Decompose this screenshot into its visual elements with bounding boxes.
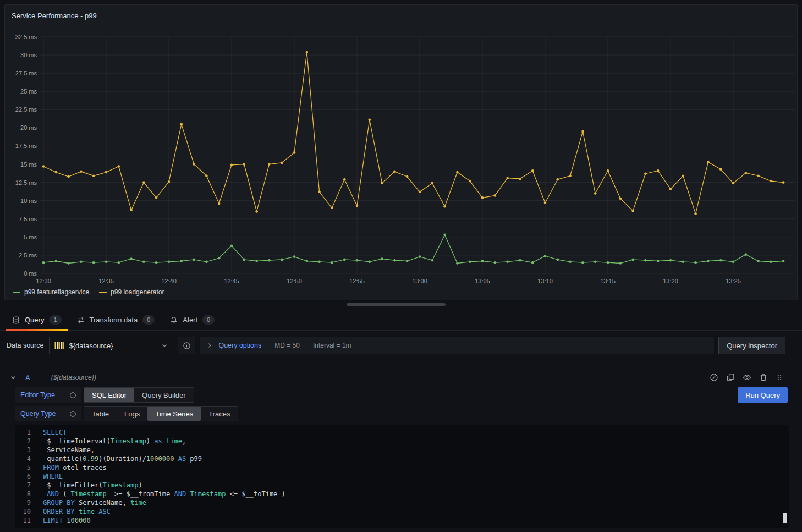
svg-text:12:40: 12:40 <box>161 278 177 284</box>
tab-label: Query <box>25 316 44 324</box>
sql-line: 11LIMIT 100000 <box>15 516 789 525</box>
copy-icon[interactable] <box>726 373 735 382</box>
timeseries-panel: Service Performance - p99 0 ms2.5 ms5 ms… <box>4 4 798 300</box>
query-actions <box>710 373 783 382</box>
tab-query-count: 1 <box>49 315 61 325</box>
datasource-label: Data source <box>7 342 43 349</box>
query-editor-card: Editor Type SQL Editor Query Builder Run… <box>15 387 789 528</box>
query-a-row: A (${datasource}) <box>4 369 798 386</box>
sql-line: 8 AND ( Timestamp >= $__fromTime AND Tim… <box>15 490 789 498</box>
transform-icon <box>77 316 85 324</box>
line-number: 2 <box>15 437 31 446</box>
line-number: 4 <box>15 454 31 463</box>
drag-handle-icon[interactable] <box>776 374 783 381</box>
info-circle-icon[interactable] <box>69 392 76 399</box>
line-number: 1 <box>15 428 31 437</box>
chevron-right-icon <box>206 342 213 349</box>
radio-table[interactable]: Table <box>84 407 117 421</box>
editor-scrollbar-thumb[interactable] <box>783 513 787 523</box>
database-icon <box>12 316 20 324</box>
tab-query[interactable]: Query 1 <box>4 310 69 330</box>
sql-line: 6WHERE <box>15 472 789 481</box>
query-options-bar[interactable]: Query options MD = 50 Interval = 1m <box>200 337 714 354</box>
max-data-points-value: MD = 50 <box>274 342 300 349</box>
svg-text:7.5 ms: 7.5 ms <box>19 216 37 222</box>
code-text: $__timeInterval(Timestamp) as time, <box>31 437 186 446</box>
svg-text:12:45: 12:45 <box>224 278 239 284</box>
radio-sql-editor[interactable]: SQL Editor <box>84 388 134 402</box>
svg-text:12:55: 12:55 <box>349 278 365 284</box>
disable-query-icon[interactable] <box>710 373 718 382</box>
svg-text:22.5 ms: 22.5 ms <box>15 106 37 113</box>
sql-line: 2 $__timeInterval(Timestamp) as time, <box>15 437 789 446</box>
code-text: WHERE <box>31 472 63 481</box>
trash-icon[interactable] <box>759 373 768 382</box>
query-inspector-button[interactable]: Query inspector <box>718 337 785 354</box>
svg-text:27.5 ms: 27.5 ms <box>15 70 37 76</box>
sql-code-editor[interactable]: 1SELECT2 $__timeInterval(Timestamp) as t… <box>15 425 789 528</box>
line-number: 5 <box>15 463 31 472</box>
info-circle-icon[interactable] <box>69 410 76 418</box>
grafana-panel-editor: Service Performance - p99 0 ms2.5 ms5 ms… <box>0 0 802 532</box>
legend-label: p99 featureflagservice <box>24 288 89 296</box>
line-number: 10 <box>15 507 31 516</box>
svg-text:17.5 ms: 17.5 ms <box>15 142 37 149</box>
legend-swatch-green <box>13 292 20 293</box>
line-number: 8 <box>15 490 31 498</box>
timeseries-chart[interactable]: 0 ms2.5 ms5 ms7.5 ms10 ms12.5 ms15 ms17.… <box>5 20 797 286</box>
svg-text:13:10: 13:10 <box>537 278 553 284</box>
code-text: GROUP BY ServiceName, time <box>31 498 146 507</box>
svg-text:0 ms: 0 ms <box>24 270 37 277</box>
run-query-button[interactable]: Run Query <box>738 387 788 403</box>
radio-time-series[interactable]: Time Series <box>147 407 201 421</box>
svg-text:12:35: 12:35 <box>98 278 114 284</box>
radio-traces[interactable]: Traces <box>201 407 238 421</box>
horizontal-scrollbar-thumb[interactable] <box>347 303 446 306</box>
line-number: 11 <box>15 516 31 525</box>
code-text: AND ( Timestamp >= $__fromTime AND Times… <box>31 490 285 498</box>
tab-alert[interactable]: Alert 0 <box>162 310 222 330</box>
panel-title: Service Performance - p99 <box>12 12 97 20</box>
editor-tabs: Query 1 Transform data 0 Alert 0 <box>0 310 802 331</box>
collapse-chevron-down-icon[interactable] <box>10 374 17 381</box>
sql-line: 4 quantile(0.99)(Duration)/1000000 AS p9… <box>15 454 789 463</box>
editor-type-row: Editor Type SQL Editor Query Builder Run… <box>15 387 789 403</box>
query-ref-id[interactable]: A <box>25 374 30 382</box>
svg-text:20 ms: 20 ms <box>20 124 37 131</box>
eye-icon[interactable] <box>743 373 751 382</box>
info-circle-icon <box>183 342 191 350</box>
datasource-help-button[interactable] <box>178 337 195 354</box>
editor-type-group: SQL Editor Query Builder <box>84 387 194 403</box>
sql-line: 1SELECT <box>15 428 789 437</box>
svg-text:2.5 ms: 2.5 ms <box>19 252 37 259</box>
datasource-picker[interactable]: ${datasource} <box>49 337 173 354</box>
code-text: quantile(0.99)(Duration)/1000000 AS p99 <box>31 454 202 463</box>
editor-type-label-box: Editor Type <box>15 387 81 403</box>
svg-text:13:15: 13:15 <box>600 278 616 284</box>
chart-legend: p99 featureflagservice p99 loadgenerator <box>13 288 164 296</box>
query-type-group: Table Logs Time Series Traces <box>84 406 238 421</box>
code-text: ServiceName, <box>31 446 95 454</box>
legend-swatch-yellow <box>99 292 107 293</box>
code-text: LIMIT 100000 <box>31 516 91 525</box>
tab-transform-data[interactable]: Transform data 0 <box>69 310 163 330</box>
svg-text:30 ms: 30 ms <box>20 52 37 58</box>
radio-logs[interactable]: Logs <box>117 407 147 421</box>
sql-code: 1SELECT2 $__timeInterval(Timestamp) as t… <box>15 428 789 525</box>
svg-text:12:50: 12:50 <box>287 278 302 284</box>
sql-line: 7 $__timeFilter(Timestamp) <box>15 481 789 490</box>
sql-line: 9GROUP BY ServiceName, time <box>15 498 789 507</box>
chevron-down-icon <box>161 342 168 349</box>
interval-value: Interval = 1m <box>313 342 351 349</box>
legend-item-loadgenerator[interactable]: p99 loadgenerator <box>99 288 164 296</box>
query-datasource-ref: (${datasource}) <box>51 374 96 381</box>
svg-text:13:25: 13:25 <box>726 278 741 284</box>
tab-label: Alert <box>183 316 197 324</box>
legend-item-featureflagservice[interactable]: p99 featureflagservice <box>13 288 89 296</box>
radio-query-builder[interactable]: Query Builder <box>134 388 193 402</box>
tab-transform-count: 0 <box>142 315 155 325</box>
bell-icon <box>170 316 178 324</box>
query-options-link[interactable]: Query options <box>218 342 261 349</box>
line-number: 9 <box>15 498 31 507</box>
svg-text:13:05: 13:05 <box>475 278 490 284</box>
